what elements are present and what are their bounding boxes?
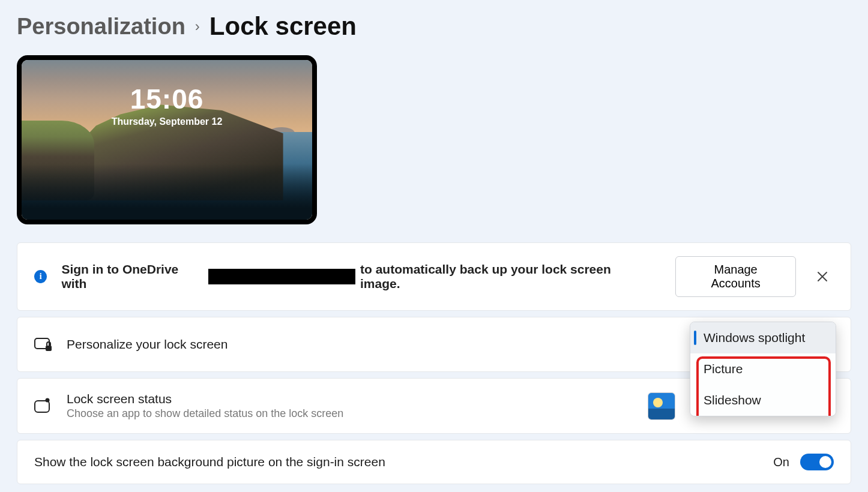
- onedrive-banner: i Sign in to OneDrive with to automatica…: [17, 242, 851, 311]
- option-picture[interactable]: Picture: [690, 353, 836, 385]
- preview-time: 15:06: [22, 83, 312, 115]
- manage-accounts-button[interactable]: Manage Accounts: [675, 256, 796, 297]
- status-title: Lock screen status: [67, 392, 343, 406]
- banner-text: Sign in to OneDrive with to automaticall…: [61, 262, 646, 291]
- personalize-lock-screen-row[interactable]: Personalize your lock screen Windows spo…: [17, 317, 851, 372]
- status-icon: [34, 398, 52, 415]
- breadcrumb-parent[interactable]: Personalization: [17, 14, 185, 40]
- redacted-email: [208, 269, 355, 284]
- svg-rect-1: [46, 346, 52, 351]
- option-windows-spotlight[interactable]: Windows spotlight: [690, 322, 836, 353]
- toggle-state-label: On: [773, 455, 789, 469]
- signin-background-row[interactable]: Show the lock screen background picture …: [17, 440, 851, 484]
- svg-point-3: [46, 398, 50, 402]
- option-slideshow[interactable]: Slideshow: [690, 385, 836, 416]
- info-icon: i: [34, 270, 47, 283]
- status-subtitle: Choose an app to show detailed status on…: [67, 407, 343, 420]
- signin-bg-toggle[interactable]: [800, 454, 834, 470]
- signin-bg-title: Show the lock screen background picture …: [34, 455, 385, 469]
- monitor-lock-icon: [34, 337, 52, 352]
- personalize-dropdown: Windows spotlight Picture Slideshow: [690, 322, 836, 416]
- breadcrumb: Personalization › Lock screen: [17, 12, 851, 41]
- personalize-title: Personalize your lock screen: [67, 337, 228, 352]
- breadcrumb-current: Lock screen: [209, 12, 357, 41]
- lock-screen-preview[interactable]: 15:06 Thursday, September 12: [17, 55, 317, 224]
- close-icon[interactable]: [810, 265, 834, 289]
- svg-rect-2: [35, 401, 49, 412]
- status-app-select[interactable]: [648, 392, 675, 420]
- preview-date: Thursday, September 12: [22, 116, 312, 127]
- chevron-right-icon: ›: [195, 18, 200, 35]
- weather-icon: [648, 393, 675, 419]
